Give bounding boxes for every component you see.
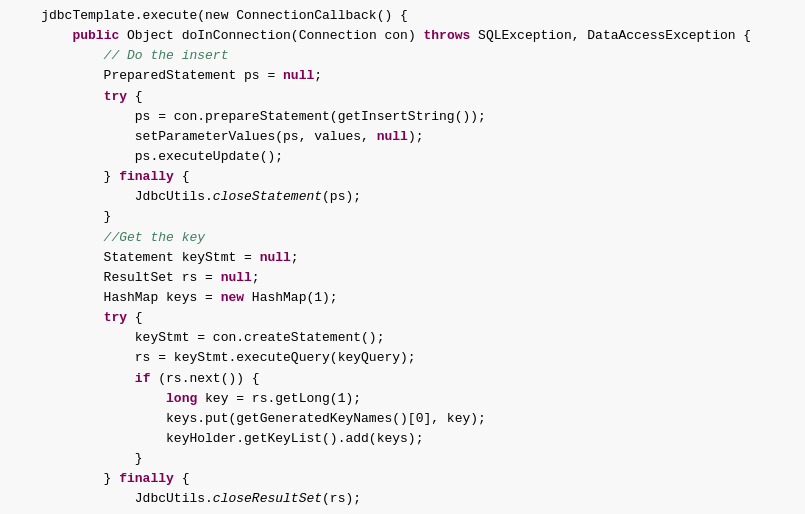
- code-line: rs = keyStmt.executeQuery(keyQuery);: [10, 348, 795, 368]
- code-line: keyStmt = con.createStatement();: [10, 328, 795, 348]
- code-line: public Object doInConnection(Connection …: [10, 26, 795, 46]
- code-container: jdbcTemplate.execute(new ConnectionCallb…: [0, 0, 805, 514]
- code-line: ps = con.prepareStatement(getInsertStrin…: [10, 107, 795, 127]
- code-line: PreparedStatement ps = null;: [10, 66, 795, 86]
- code-line: ResultSet rs = null;: [10, 268, 795, 288]
- code-line: jdbcTemplate.execute(new ConnectionCallb…: [10, 6, 795, 26]
- code-line: try {: [10, 87, 795, 107]
- code-line: }: [10, 449, 795, 469]
- code-line: keyHolder.getKeyList().add(keys);: [10, 429, 795, 449]
- code-line: } finally {: [10, 167, 795, 187]
- code-line: setParameterValues(ps, values, null);: [10, 127, 795, 147]
- code-line: long key = rs.getLong(1);: [10, 389, 795, 409]
- code-line: } finally {: [10, 469, 795, 489]
- code-line: //Get the key: [10, 228, 795, 248]
- code-line: if (rs.next()) {: [10, 369, 795, 389]
- code-block: jdbcTemplate.execute(new ConnectionCallb…: [0, 4, 805, 514]
- code-line: HashMap keys = new HashMap(1);: [10, 288, 795, 308]
- code-line: JdbcUtils.closeResultSet(rs);: [10, 489, 795, 509]
- code-line: JdbcUtils.closeStatement(keyStmt);: [10, 510, 795, 514]
- code-line: Statement keyStmt = null;: [10, 248, 795, 268]
- code-line: }: [10, 207, 795, 227]
- code-line: try {: [10, 308, 795, 328]
- code-line: JdbcUtils.closeStatement(ps);: [10, 187, 795, 207]
- code-line: // Do the insert: [10, 46, 795, 66]
- code-line: ps.executeUpdate();: [10, 147, 795, 167]
- code-line: keys.put(getGeneratedKeyNames()[0], key)…: [10, 409, 795, 429]
